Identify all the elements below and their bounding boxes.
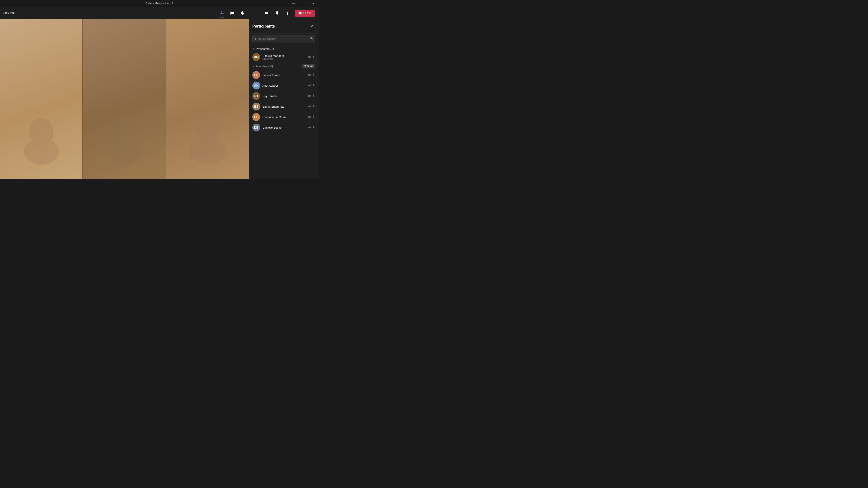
toolbar-actions: ··· Leave bbox=[217, 8, 315, 18]
mic-button[interactable] bbox=[272, 8, 282, 18]
minimize-button[interactable]: — bbox=[288, 0, 299, 7]
panel-close-button[interactable]: ✕ bbox=[308, 23, 315, 30]
call-timer: 00:22:06 bbox=[3, 11, 16, 15]
svg-point-1 bbox=[24, 138, 59, 165]
participant-name-daniela: Daniela Mandera bbox=[262, 54, 306, 58]
participant-item-aadi[interactable]: AK Aadi Kapoor bbox=[249, 80, 319, 91]
mic-icon-daniela bbox=[312, 55, 315, 59]
raise-hand-button[interactable] bbox=[238, 8, 248, 18]
mic-icon-danielle bbox=[312, 126, 315, 129]
video-cell-ray: Ray Tanaka bbox=[166, 19, 249, 179]
avatar-aadi: AK bbox=[252, 82, 260, 90]
maximize-button[interactable]: □ bbox=[299, 0, 309, 7]
camera-icon-charlotte bbox=[308, 115, 311, 119]
participant-item-danielle[interactable]: DB Danielle Booker bbox=[249, 122, 319, 133]
search-input[interactable] bbox=[252, 35, 315, 42]
camera-icon-daniela bbox=[308, 55, 311, 59]
main-content: Serena Davis Aadi Kapoor ··· bbox=[0, 19, 319, 179]
mute-all-button[interactable]: Mute all bbox=[302, 64, 315, 68]
participant-item-ray[interactable]: RT Ray Tanaka bbox=[249, 91, 319, 101]
participant-name-babak: Babak Shammas bbox=[262, 105, 306, 108]
avatar-charlotte: CC bbox=[252, 113, 260, 121]
attendees-label: Attendees (6) bbox=[256, 65, 273, 68]
avatar-daniela: DM bbox=[252, 53, 260, 61]
camera-button[interactable] bbox=[262, 8, 271, 18]
participant-info-daniela: Daniela Mandera Organizer bbox=[262, 54, 306, 60]
participant-info-charlotte: Charlotte de Crum bbox=[262, 116, 306, 119]
participant-info-babak: Babak Shammas bbox=[262, 105, 306, 108]
toolbar-divider bbox=[260, 10, 260, 17]
participant-info-danielle: Danielle Booker bbox=[262, 126, 306, 129]
share-screen-button[interactable] bbox=[283, 8, 292, 18]
participant-info-ray: Ray Tanaka bbox=[262, 95, 306, 98]
participant-item-charlotte[interactable]: CC Charlotte de Crum bbox=[249, 112, 319, 122]
video-feed-serena bbox=[0, 19, 83, 179]
attendees-section-header: ▼ Attendees (6) Mute all bbox=[249, 62, 319, 70]
svg-point-3 bbox=[107, 136, 142, 165]
participant-icons-daniela bbox=[308, 55, 315, 59]
mic-icon-babak bbox=[312, 105, 315, 108]
participants-button[interactable] bbox=[217, 8, 226, 18]
presenters-chevron: ▼ bbox=[252, 48, 254, 50]
panel-header: Participants ··· ✕ bbox=[249, 19, 319, 33]
avatar-babak: BS bbox=[252, 103, 260, 110]
attendees-chevron: ▼ bbox=[252, 65, 254, 67]
participants-panel: Participants ··· ✕ ▼ Presenters (1) D bbox=[249, 19, 319, 179]
camera-icon-danielle bbox=[308, 126, 311, 129]
participant-item-daniela[interactable]: DM Daniela Mandera Organizer bbox=[249, 52, 319, 62]
presenters-section-header: ▼ Presenters (1) bbox=[249, 46, 319, 52]
participant-info-serena: Serena Davis bbox=[262, 73, 306, 77]
participant-name-danielle: Danielle Booker bbox=[262, 126, 306, 129]
participant-icons-charlotte bbox=[308, 115, 315, 119]
camera-icon-babak bbox=[308, 105, 311, 108]
avatar-serena: SD bbox=[252, 71, 260, 79]
participant-name-serena: Serena Davis bbox=[262, 73, 306, 77]
video-feed-aadi bbox=[83, 19, 165, 179]
panel-more-button[interactable]: ··· bbox=[300, 23, 306, 30]
mic-icon-serena bbox=[312, 73, 315, 77]
video-grid: Serena Davis Aadi Kapoor ··· bbox=[0, 19, 249, 179]
participant-item-serena[interactable]: SD Serena Davis bbox=[249, 70, 319, 80]
camera-icon-serena bbox=[308, 73, 311, 77]
participant-icons-aadi bbox=[308, 84, 315, 88]
mic-icon-charlotte bbox=[312, 115, 315, 119]
participant-icons-babak bbox=[308, 105, 315, 108]
mic-icon-aadi bbox=[312, 84, 315, 88]
participant-icons-serena bbox=[308, 73, 315, 77]
window-title: Cellular Respiration 1.2 bbox=[146, 2, 173, 5]
participant-icons-danielle bbox=[308, 126, 315, 129]
participant-info-aadi: Aadi Kapoor bbox=[262, 84, 306, 87]
panel-header-actions: ··· ✕ bbox=[300, 23, 315, 30]
toolbar: 00:22:06 ··· bbox=[0, 7, 319, 19]
close-button[interactable]: ✕ bbox=[309, 0, 319, 7]
participant-name-aadi: Aadi Kapoor bbox=[262, 84, 306, 87]
panel-title: Participants bbox=[252, 24, 300, 29]
chat-button[interactable] bbox=[227, 8, 237, 18]
more-options-button[interactable]: ··· bbox=[248, 8, 258, 18]
window-controls: — □ ✕ bbox=[288, 0, 319, 7]
video-feed-ray bbox=[166, 19, 249, 179]
video-cell-serena: Serena Davis bbox=[0, 19, 83, 179]
avatar-danielle: DB bbox=[252, 124, 260, 131]
participant-name-charlotte: Charlotte de Crum bbox=[262, 116, 306, 119]
mic-icon-ray bbox=[312, 94, 315, 98]
participant-item-babak[interactable]: BS Babak Shammas bbox=[249, 101, 319, 112]
presenters-label: Presenters (1) bbox=[256, 47, 274, 51]
title-bar: Cellular Respiration 1.2 — □ ✕ bbox=[0, 0, 319, 7]
search-box bbox=[252, 35, 315, 42]
avatar-ray: RT bbox=[252, 92, 260, 100]
participant-icons-ray bbox=[308, 94, 315, 98]
participant-sub-daniela: Organizer bbox=[262, 58, 306, 60]
leave-button[interactable]: Leave bbox=[295, 10, 315, 17]
search-icon bbox=[310, 37, 313, 41]
participant-name-ray: Ray Tanaka bbox=[262, 95, 306, 98]
camera-icon-ray bbox=[308, 94, 311, 98]
camera-icon-aadi bbox=[308, 84, 311, 88]
svg-point-5 bbox=[189, 138, 226, 165]
video-cell-aadi: Aadi Kapoor ··· Mute bbox=[83, 19, 165, 179]
participants-list: ▼ Presenters (1) DM Daniela Mandera Orga… bbox=[249, 44, 319, 179]
